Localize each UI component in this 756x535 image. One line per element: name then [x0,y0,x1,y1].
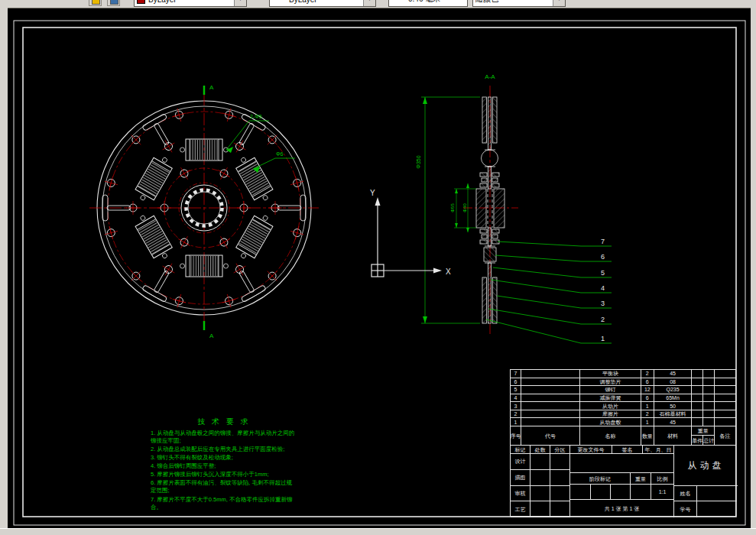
parts-row: 2 摩擦片 2 石棉基材料 [511,410,735,419]
id-value [697,501,737,517]
parts-row: 4 减振弹簧 6 65Mn [511,394,735,403]
part-weight-unit [692,370,703,378]
sig-trace-name [530,470,550,486]
technical-requirements: 技 术 要 求 1. 从动盘与从动盘毂之间的铆接、摩擦片与从动片之间的铆接应牢固… [151,417,297,511]
part-material: 石棉基材料 [654,410,693,419]
plot-style-control[interactable]: 随颜色 ▼ [472,0,566,7]
leader-number-1: 1 [601,335,605,342]
part-name: 调整垫片 [580,378,641,387]
part-no: 6 [511,378,521,387]
rev-mark: 标记 [511,446,530,454]
stage-label: 阶段标记 [570,473,631,485]
layer-properties-icon[interactable] [107,0,120,6]
sig-process-date [550,501,570,517]
header-name: 名称 [580,426,641,446]
section-view: A-A [416,73,612,343]
parts-row: 5 铆钉 12 Q235 [511,386,735,394]
stage-box-1 [570,485,591,500]
part-weight-total [703,402,715,410]
color-control[interactable]: ByLayer ▼ [134,0,247,7]
sig-design: 设计 [511,454,530,470]
weight-value [631,485,651,500]
part-weight-unit [692,410,703,419]
sig-check-date [550,486,570,502]
parts-row: 7 平衡块 2 45 [511,370,735,378]
part-qty: 2 [641,410,654,419]
leader-number-7: 7 [601,238,605,245]
part-weight-total [703,378,715,387]
part-qty: 6 [641,378,654,387]
parts-row: 3 从动片 1 50 [511,402,735,410]
header-weight-total: 总计 [703,436,715,446]
part-name: 平衡块 [580,370,641,378]
sig-process-name [530,501,550,517]
part-code [521,410,580,419]
sig-trace: 描图 [511,470,530,486]
sig-design-date [550,454,570,470]
parts-row: 1 从动盘毂 1 45 [511,418,735,426]
header-mat: 材料 [654,426,693,446]
header-weight: 重量 [692,426,715,436]
sig-process: 工艺 [511,501,530,517]
section-view-label: A-A [485,73,495,80]
part-weight-unit [692,378,703,387]
part-qty: 2 [641,370,654,378]
part-name: 从动片 [580,402,641,410]
linetype-control[interactable]: ByLayer ▼ [269,0,376,7]
part-qty: 1 [641,418,654,426]
layers-icon[interactable] [89,0,102,6]
chevron-down-icon[interactable]: ▼ [553,0,565,6]
part-no: 4 [511,394,521,403]
part-weight-total [703,418,715,426]
leader-number-4: 4 [601,284,605,292]
front-view: 2-Φ5 Φ6 A A [89,84,319,339]
part-name: 铆钉 [580,386,641,394]
ucs-icon [372,197,442,277]
status-bar [0,528,756,535]
part-weight-unit [692,402,703,410]
technical-requirement-line: 7. 摩擦片不平度不大于0.5mm, 不合格零件应拆掉重新铆合。 [151,496,297,511]
chevron-down-icon[interactable]: ▼ [363,0,375,6]
part-no: 7 [511,370,521,378]
part-no: 5 [511,386,521,394]
part-no: 2 [511,410,521,419]
callout-1-text: 2-Φ5 [250,114,262,119]
part-remark [715,378,735,387]
stage-block: 阶段标记 重量 比例 1:1 共 1 张 第 1 张 [570,454,673,517]
part-material: 50 [654,402,693,410]
leader-number-6: 6 [601,253,605,261]
lineweight-value: 0.46 毫米 [408,0,440,5]
part-name: 从动盘毂 [580,418,641,426]
section-mark-bottom: A [209,332,214,339]
sheet-info: 共 1 张 第 1 张 [570,500,673,517]
part-qty: 6 [641,394,654,403]
part-no: 3 [511,402,521,410]
part-leaders [486,242,612,343]
header-code: 代号 [521,426,580,446]
technical-requirement-line: 1. 从动盘与从动盘毂之间的铆接、摩擦片与从动片之间的铆接应牢固; [151,430,297,445]
part-material: 45 [654,418,693,426]
technical-requirement-line: 4. 铆合后铆钉周围应平整; [151,462,297,470]
color-swatch [137,0,145,4]
part-qty: 1 [641,402,654,410]
sig-check: 审核 [511,486,530,502]
part-material: 65Mn [654,394,693,403]
part-weight-total [703,410,715,419]
leader-number-3: 3 [601,300,605,307]
toolbar: ByLayer ▼ ByLayer ▼ 0.46 毫米 随颜色 ▼ [0,0,756,8]
rev-count: 处数 [530,446,550,454]
name-label: 姓名 [674,486,697,501]
rev-doc: 更改文件号 [570,446,612,454]
notes-cell [570,454,673,473]
id-label: 学号 [674,501,697,517]
part-weight-unit [692,394,703,403]
signature-column: 设计 描图 审核 工艺 [511,454,570,517]
leader-number-5: 5 [601,269,605,277]
part-code [521,394,580,403]
linetype-value: ByLayer [289,0,317,4]
plot-style-value: 随颜色 [475,0,498,5]
revision-row: 标记 处数 分区 更改文件号 签名 年、月、日 [511,446,673,454]
chevron-down-icon[interactable]: ▼ [234,0,246,6]
lineweight-control[interactable]: 0.46 毫米 [388,0,468,7]
part-weight-unit [692,386,703,394]
